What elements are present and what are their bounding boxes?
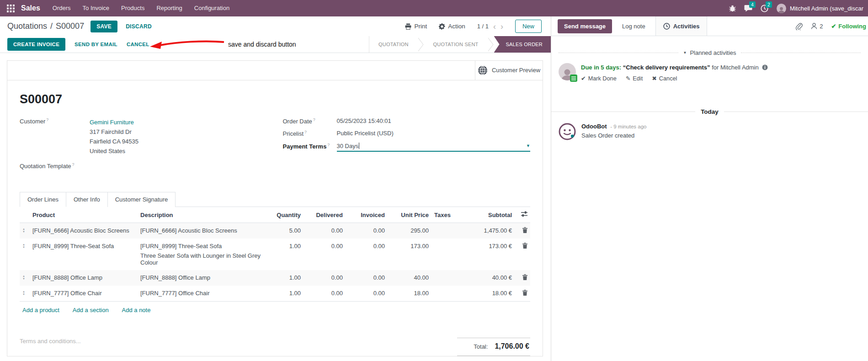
order-line-row[interactable]: ▲▼ [FURN_8888] Office Lamp [FURN_8888] O… [20,270,530,286]
cancel-button[interactable]: CANCEL [127,42,149,47]
message-author[interactable]: OdooBot [581,123,607,130]
customer-link[interactable]: Gemini Furniture [90,117,275,127]
cell-unit-price: 18.00 [388,286,431,302]
drag-handle-icon[interactable]: ▲▼ [22,290,25,296]
check-icon: ✔ [581,75,586,82]
app-name[interactable]: Sales [17,4,47,12]
tab-order-lines[interactable]: Order Lines [20,192,66,207]
add-a-product-link[interactable]: Add a product [22,307,59,313]
menu-products[interactable]: Products [115,0,150,16]
breadcrumb-current: S00007 [56,21,84,31]
control-panel: Quotations / S00007 SAVE DISCARD Print A… [0,16,551,36]
customer-preview-button[interactable]: Customer Preview [475,61,543,80]
cell-product: [FURN_7777] Office Chair [30,286,138,302]
x-icon: ✖ [652,75,657,82]
cell-description: [FURN_8999] Three-Seat Sofa Three Seater… [138,239,272,270]
menu-reporting[interactable]: Reporting [150,0,188,16]
following-button[interactable]: ✔ Following [831,23,866,30]
attachments-icon[interactable] [795,22,803,30]
dropdown-caret-icon[interactable]: ▼ [526,143,530,148]
cell-description: [FURN_6666] Acoustic Bloc Screens [138,223,272,239]
annotation-arrow [149,39,226,51]
followers-button[interactable]: 2 [811,23,823,30]
order-line-row[interactable]: ▲▼ [FURN_7777] Office Chair [FURN_7777] … [20,286,530,302]
drag-handle-icon[interactable]: ▲▼ [22,243,25,249]
drag-handle-icon[interactable]: ▲▼ [22,228,25,233]
user-menu[interactable]: Mitchell Admin (save_discar [777,4,863,13]
col-delivered[interactable]: Delivered [304,207,346,223]
discard-button[interactable]: DISCARD [121,21,156,32]
pager-next-icon[interactable]: › [501,22,503,31]
cell-taxes [431,223,463,239]
activity-type-badge-icon [570,74,577,82]
action-button[interactable]: Action [439,23,465,30]
breadcrumb-quotations[interactable]: Quotations [7,21,47,31]
send-message-button[interactable]: Send message [558,19,612,33]
chatter-topbar: Send message Log note Activities 2 ✔ [551,16,868,36]
total-label: Total: [474,343,488,350]
delete-row-icon[interactable] [522,227,527,233]
tab-customer-signature[interactable]: Customer Signature [108,192,176,207]
activities-button[interactable]: Activities [655,16,708,36]
cell-quantity: 1.00 [272,270,304,286]
col-unit-price[interactable]: Unit Price [388,207,431,223]
menu-orders[interactable]: Orders [47,0,77,16]
messages-icon[interactable]: 4 [744,5,752,12]
menu-to-invoice[interactable]: To Invoice [77,0,116,16]
drag-handle-icon[interactable]: ▲▼ [22,275,25,280]
tab-other-info[interactable]: Other Info [66,192,108,207]
delete-row-icon[interactable] [522,290,527,296]
messages-badge: 4 [749,1,756,8]
edit-activity-button[interactable]: ✎Edit [626,75,643,82]
add-a-note-link[interactable]: Add a note [122,307,151,313]
col-invoiced[interactable]: Invoiced [346,207,388,223]
info-icon[interactable] [762,64,768,70]
new-button[interactable]: New [515,20,542,33]
add-a-section-link[interactable]: Add a section [73,307,109,313]
delete-row-icon[interactable] [522,274,527,280]
pencil-icon: ✎ [626,75,631,82]
col-taxes[interactable]: Taxes [431,207,463,223]
mark-done-button[interactable]: ✔Mark Done [581,75,617,82]
create-invoice-button[interactable]: CREATE INVOICE [7,38,65,51]
form-sheet: Customer Preview S00007 Customer? Gemini… [7,60,543,356]
activity-item: Due in 5 days: “Check delivery requireme… [551,56,868,82]
status-quotation-sent[interactable]: QUOTATION SENT [424,36,488,53]
payment-terms-label: Payment Terms? [283,143,337,150]
log-note-button[interactable]: Log note [618,19,649,33]
delete-row-icon[interactable] [522,243,527,249]
pager-previous-icon[interactable]: ‹ [493,22,496,31]
form-region: Quotations / S00007 SAVE DISCARD Print A… [0,16,551,361]
breadcrumb-separator: / [50,21,53,31]
payment-terms-field[interactable]: 30 Days ▼ [337,143,531,152]
col-quantity[interactable]: Quantity [272,207,304,223]
fields-right: Order Date? 05/25/2023 15:40:01 Pricelis… [275,117,531,175]
order-line-row[interactable]: ▲▼ [FURN_6666] Acoustic Bloc Screens [FU… [20,223,530,239]
debug-bug-icon[interactable] [729,5,736,12]
status-quotation[interactable]: QUOTATION [369,36,418,53]
print-button[interactable]: Print [405,23,427,30]
order-line-row[interactable]: ▲▼ [FURN_8999] Three-Seat Sofa [FURN_899… [20,239,530,270]
col-product[interactable]: Product [30,207,138,223]
order-lines-table: Product Description Quantity Delivered I… [20,207,530,319]
cell-description: [FURN_7777] Office Chair [138,286,272,302]
apps-menu-icon[interactable] [4,0,17,16]
status-sales-order[interactable]: SALES ORDER [494,36,551,53]
pricelist-field[interactable]: Public Pricelist (USD) [337,130,531,137]
save-button[interactable]: SAVE [91,21,117,32]
optional-columns-icon[interactable] [515,207,530,223]
printer-icon [405,23,411,30]
col-description[interactable]: Description [138,207,272,223]
terms-and-conditions-field[interactable]: Terms and conditions... [20,338,81,345]
menu-configuration[interactable]: Configuration [188,0,235,16]
cell-quantity: 5.00 [272,223,304,239]
col-subtotal[interactable]: Subtotal [463,207,515,223]
cell-unit-price: 173.00 [388,239,431,270]
planned-activities-header[interactable]: ▼ Planned activities [551,49,868,56]
order-date-field[interactable]: 05/25/2023 15:40:01 [337,117,531,124]
send-by-email-button[interactable]: SEND BY EMAIL [75,42,117,47]
cell-taxes [431,286,463,302]
breadcrumb: Quotations / S00007 [7,21,84,31]
cancel-activity-button[interactable]: ✖Cancel [652,75,677,82]
activities-clock-icon[interactable]: 2 [761,5,768,12]
